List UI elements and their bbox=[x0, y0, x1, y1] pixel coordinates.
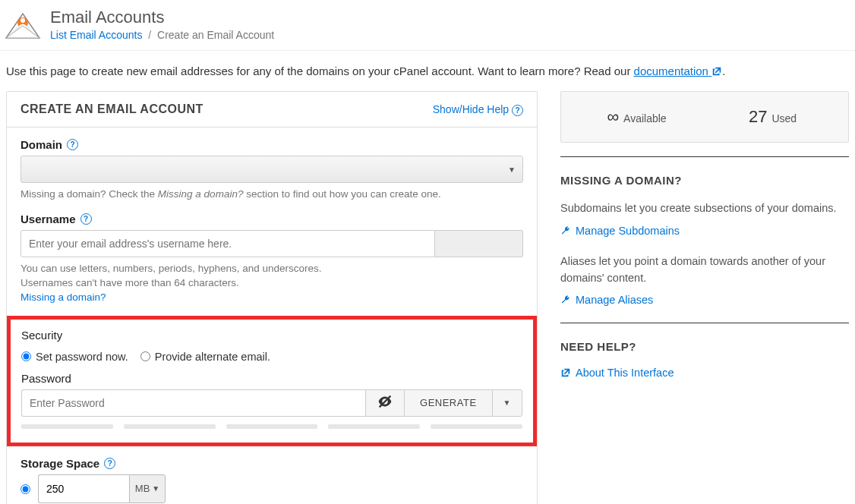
missing-domain-section: MISSING A DOMAIN? Subdomains let you cre… bbox=[560, 156, 849, 306]
domain-label: Domain ? bbox=[21, 138, 78, 151]
storage-group: Storage Space ? MB▼ bbox=[21, 457, 523, 503]
eye-off-icon bbox=[377, 393, 393, 412]
radio-provide-alternate-email[interactable]: Provide alternate email. bbox=[140, 351, 270, 363]
breadcrumb-current: Create an Email Account bbox=[157, 29, 274, 41]
show-hide-help[interactable]: Show/Hide Help ? bbox=[433, 103, 523, 116]
radio-storage-custom[interactable] bbox=[21, 484, 30, 494]
subdomains-text: Subdomains let you create subsections of… bbox=[560, 200, 849, 217]
create-panel: CREATE AN EMAIL ACCOUNT Show/Hide Help ?… bbox=[6, 91, 538, 504]
page-header: Email Accounts List Email Accounts / Cre… bbox=[0, 0, 855, 51]
infinity-icon: ∞ bbox=[607, 107, 619, 127]
domain-group: Domain ? ▼ Missing a domain? Check the M… bbox=[21, 138, 523, 202]
radio-provide-alternate-email-input[interactable] bbox=[140, 351, 150, 361]
storage-unit-select[interactable]: MB▼ bbox=[129, 474, 166, 503]
username-domain-addon bbox=[435, 230, 523, 257]
username-group: Username ? You can use letters, numbers,… bbox=[21, 213, 523, 305]
page-title: Email Accounts bbox=[50, 8, 274, 27]
password-input[interactable] bbox=[21, 389, 365, 417]
intro-text-tail: . bbox=[722, 65, 725, 77]
need-help-section: NEED HELP? About This Interface bbox=[560, 323, 849, 379]
panel-heading: CREATE AN EMAIL ACCOUNT bbox=[21, 102, 203, 116]
external-link-icon bbox=[560, 367, 571, 379]
stat-used: 27 Used bbox=[705, 107, 841, 127]
radio-set-password-now[interactable]: Set password now. bbox=[21, 351, 128, 363]
documentation-link[interactable]: documentation bbox=[634, 65, 723, 77]
storage-value-input[interactable] bbox=[38, 474, 129, 503]
manage-aliases-link[interactable]: Manage Aliases bbox=[560, 294, 849, 306]
aliases-text: Aliases let you point a domain towards a… bbox=[560, 254, 849, 287]
security-label: Security bbox=[21, 329, 62, 342]
username-label: Username ? bbox=[21, 213, 92, 225]
toggle-password-visibility-button[interactable] bbox=[365, 389, 404, 417]
intro-text-body: Use this page to create new email addres… bbox=[6, 65, 634, 77]
missing-domain-link[interactable]: Missing a domain? bbox=[21, 291, 106, 303]
wrench-icon bbox=[560, 225, 571, 237]
stats-box: ∞ Available 27 Used bbox=[560, 91, 849, 143]
external-link-icon bbox=[711, 66, 722, 77]
chevron-down-icon: ▼ bbox=[503, 398, 511, 407]
breadcrumb-separator: / bbox=[148, 29, 151, 41]
storage-label: Storage Space ? bbox=[21, 457, 115, 470]
manage-subdomains-link[interactable]: Manage Subdomains bbox=[560, 225, 849, 237]
help-icon[interactable]: ? bbox=[80, 213, 92, 225]
generate-password-button[interactable]: GENERATE bbox=[404, 389, 492, 417]
help-icon[interactable]: ? bbox=[67, 139, 78, 150]
missing-domain-heading: MISSING A DOMAIN? bbox=[560, 174, 849, 187]
breadcrumb-list-link[interactable]: List Email Accounts bbox=[50, 29, 142, 41]
wrench-icon bbox=[560, 294, 571, 306]
generate-password-options-button[interactable]: ▼ bbox=[492, 389, 522, 417]
password-label: Password bbox=[21, 372, 71, 385]
chevron-down-icon: ▼ bbox=[152, 484, 159, 493]
email-accounts-icon bbox=[5, 9, 41, 39]
stat-available: ∞ Available bbox=[569, 107, 705, 127]
help-icon: ? bbox=[512, 105, 523, 116]
breadcrumb: List Email Accounts / Create an Email Ac… bbox=[50, 29, 274, 41]
username-hint: You can use letters, numbers, periods, h… bbox=[21, 262, 523, 305]
about-interface-link[interactable]: About This Interface bbox=[560, 367, 849, 379]
username-input[interactable] bbox=[21, 230, 435, 257]
svg-point-3 bbox=[21, 18, 25, 23]
domain-hint: Missing a domain? Check the Missing a do… bbox=[21, 187, 523, 202]
radio-set-password-now-input[interactable] bbox=[21, 351, 31, 361]
help-icon[interactable]: ? bbox=[104, 458, 115, 469]
domain-select[interactable] bbox=[21, 156, 523, 183]
security-highlight: Security Set password now. Provide alter… bbox=[7, 316, 537, 446]
intro-text: Use this page to create new email addres… bbox=[0, 51, 855, 88]
password-strength-meter bbox=[21, 424, 522, 429]
need-help-heading: NEED HELP? bbox=[560, 340, 849, 353]
